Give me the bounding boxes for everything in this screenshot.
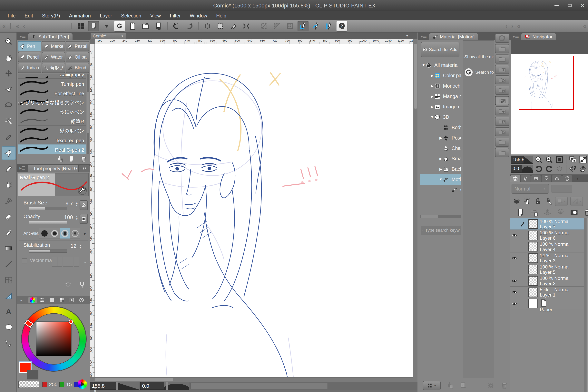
canvas[interactable]	[95, 44, 413, 382]
brush-size-stepper[interactable]: ▲▼	[76, 202, 78, 206]
fill-selection-icon[interactable]	[228, 21, 239, 31]
layer-row[interactable]: Paper	[510, 298, 584, 309]
menu-window[interactable]: Window	[185, 11, 212, 20]
clip-to-layer-icon[interactable]	[513, 197, 520, 205]
zoom-out-icon[interactable]	[534, 156, 544, 164]
tree-expander-icon[interactable]: ▼	[430, 115, 434, 119]
lock-transparent-icon[interactable]	[544, 197, 552, 205]
layer-thumbnail[interactable]	[528, 254, 538, 263]
menu-view[interactable]: View	[146, 11, 166, 20]
menu-file[interactable]: File	[3, 11, 20, 20]
ruler-range-icon[interactable]: ▼	[570, 196, 583, 206]
sub-tool-detail-tab[interactable]	[79, 165, 90, 172]
folder-pattern-icon[interactable]	[495, 86, 509, 95]
new-file-icon[interactable]	[127, 21, 138, 31]
page-manager-icon[interactable]	[153, 21, 164, 31]
sv-marker[interactable]	[68, 320, 73, 324]
layer-row[interactable]: 100 %NormalLayer 5	[510, 264, 584, 275]
clip-studio-logo-icon[interactable]	[114, 21, 125, 31]
brush-item[interactable]: 鉛筆R	[18, 116, 86, 126]
fit-to-window-icon[interactable]	[568, 156, 578, 164]
folder-pattern-icon[interactable]	[495, 127, 509, 136]
color-panel-menu-icon[interactable]: ▸☰	[18, 297, 27, 303]
menu-edit[interactable]: Edit	[20, 11, 38, 20]
material-tree-item-charac[interactable]: Charac	[420, 143, 462, 154]
material-tree-item-bodyt[interactable]: Body t	[420, 122, 462, 133]
opacity-value[interactable]: 100	[64, 214, 73, 220]
panel-menu-icon[interactable]: ▸☰	[418, 32, 429, 40]
paste-material-icon[interactable]	[446, 382, 454, 389]
flip-horizontal-icon[interactable]	[568, 164, 578, 173]
collapse-left3-icon[interactable]: ‹	[21, 23, 27, 30]
material-tab[interactable]: Material [Motion]	[429, 33, 478, 40]
navigator-preview[interactable]	[511, 54, 588, 154]
palette-grip[interactable]	[10, 23, 11, 30]
balloon-tool[interactable]	[2, 321, 16, 334]
rotate-left-icon[interactable]	[534, 164, 544, 173]
collapse-left-icon[interactable]: «	[0, 23, 8, 30]
blend-mode-select[interactable]: Normal▼	[512, 184, 549, 194]
document-tab[interactable]: Comic*▼	[90, 33, 126, 39]
snap-special-ruler-icon[interactable]	[310, 21, 322, 31]
tree-expander-icon[interactable]: ▶	[439, 136, 443, 140]
material-tree-scrollbar[interactable]	[420, 215, 462, 218]
opacity-slider[interactable]	[28, 221, 67, 224]
layer-panel-tab-layers[interactable]	[510, 175, 520, 182]
screentone-dots-icon[interactable]	[202, 21, 213, 31]
layer-hidden-slot[interactable]	[510, 264, 518, 275]
layer-thumbnail[interactable]	[528, 276, 538, 286]
frame-border-tool[interactable]	[2, 274, 16, 287]
layer-panel-tab-image[interactable]	[531, 175, 541, 182]
navigator-zoom-slider[interactable]: 155.8	[511, 156, 533, 164]
snap-guide-icon[interactable]	[324, 21, 334, 31]
material-tree-item-monochr[interactable]: ▶Monochr	[420, 81, 462, 91]
brush-preview[interactable]: Real G-pen 2	[18, 173, 88, 196]
tree-expander-icon[interactable]: ▶	[439, 156, 443, 161]
tree-expander-icon[interactable]: ▶	[439, 167, 443, 171]
layer-hidden-slot[interactable]	[510, 218, 518, 230]
vector-magnet-segments[interactable]	[52, 257, 79, 266]
material-tree-item-imagem[interactable]: ▶Image m	[420, 102, 462, 112]
layer-panel-tab-dome[interactable]	[552, 175, 562, 182]
expand-status-icon[interactable]: »»	[93, 385, 98, 392]
light-table-icon[interactable]	[523, 197, 531, 205]
material-tree-item-motion[interactable]: ▼Motion	[420, 174, 462, 185]
antialias-none[interactable]	[40, 228, 50, 238]
background-color-swatch[interactable]	[27, 370, 38, 380]
zoom-100-icon[interactable]	[555, 156, 564, 164]
navigator-rotation-slider[interactable]: 0.0	[511, 165, 533, 173]
stabilization-slider[interactable]	[28, 250, 67, 253]
delete-subtool-icon[interactable]	[80, 156, 87, 162]
tool-property-tab[interactable]: Tool property [Real G-	[28, 165, 78, 172]
material-tree-item-cha[interactable]: Cha	[420, 185, 462, 195]
layer-visible-eye-icon[interactable]	[510, 230, 518, 241]
tree-expander-icon[interactable]: ▶	[430, 84, 434, 88]
menu-layer[interactable]: Layer	[95, 11, 116, 20]
material-tree-item-3d[interactable]: ▼3D	[420, 112, 462, 122]
eyedropper-tool[interactable]	[2, 130, 16, 144]
layer-row[interactable]: 5 %NormalLayer 1	[510, 286, 584, 298]
brush-item[interactable]: Textured pen	[18, 135, 86, 144]
brush-item[interactable]: Calligraphy	[18, 74, 86, 78]
material-tree-item-pose[interactable]: ▶Pose	[420, 133, 462, 143]
brush-item[interactable]: Turnip pen	[18, 78, 86, 88]
subtool-category-[interactable]: 台形ブ	[42, 63, 65, 73]
correct-line-tool[interactable]	[2, 337, 16, 350]
folder-icon[interactable]	[495, 138, 509, 146]
color-slider-tab[interactable]	[38, 297, 47, 303]
text-tool[interactable]: A	[2, 305, 16, 318]
redo-icon[interactable]	[184, 21, 195, 31]
layer-visible-eye-icon[interactable]	[510, 252, 518, 264]
subtool-category-pencil[interactable]: Pencil	[18, 52, 41, 62]
menu-selection[interactable]: Selection	[116, 11, 146, 20]
snap-ruler-icon[interactable]	[298, 21, 308, 31]
layer-thumbnail[interactable]	[528, 265, 538, 274]
stabilization-stepper[interactable]: ▲▼	[79, 244, 82, 249]
eraser-tool[interactable]	[2, 210, 16, 223]
menu-help[interactable]: Help	[212, 11, 231, 20]
approx-color-tab[interactable]	[68, 297, 76, 303]
material-tree-item-allmateria[interactable]: ▼All materia	[420, 60, 462, 70]
layer-thumbnail[interactable]	[528, 299, 538, 308]
antialias-options[interactable]	[39, 228, 80, 239]
minimize-button[interactable]	[553, 2, 560, 9]
